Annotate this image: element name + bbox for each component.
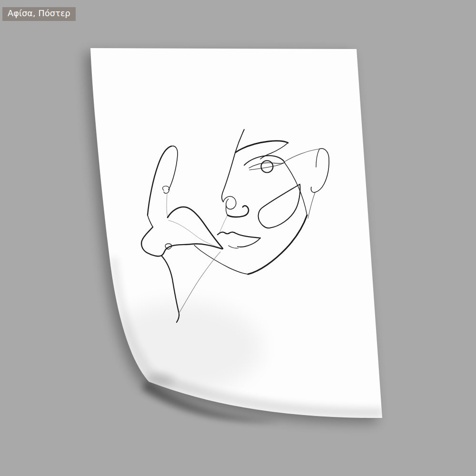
category-badge-label: Αφίσα, Πόστερ xyxy=(8,9,70,18)
poster-mockup xyxy=(0,0,476,476)
category-badge: Αφίσα, Πόστερ xyxy=(2,7,76,21)
mockup-canvas: Αφίσα, Πόστερ xyxy=(0,0,476,476)
